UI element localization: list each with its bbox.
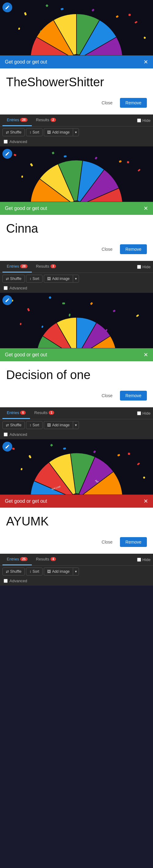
- popup-actions-1: Close Remove: [6, 98, 147, 112]
- add-image-button-2[interactable]: 🖼 Add image: [44, 275, 73, 283]
- advanced-label-1: Advanced: [9, 140, 27, 144]
- wheel-4: Not Lost Apt: [31, 450, 122, 494]
- image-icon-4: 🖼: [47, 569, 51, 574]
- panel-2: Get good or get out ✕ Cinna Close Remove…: [0, 146, 153, 293]
- shuffle-button-1[interactable]: ⇄ Shuffle: [2, 128, 25, 136]
- advanced-checkbox-2[interactable]: [4, 286, 8, 290]
- sort-button-1[interactable]: ↕ Sort: [26, 128, 42, 136]
- add-image-arrow-3[interactable]: ▾: [73, 421, 79, 429]
- advanced-checkbox-1[interactable]: [4, 140, 8, 144]
- popup-name-2: Cinna: [6, 221, 147, 239]
- panel-3: Elim Get good or get out ✕ Decision of o…: [0, 293, 153, 439]
- tab-entries-3[interactable]: Entries 6: [2, 407, 30, 419]
- tab-entries-1[interactable]: Entries 28: [2, 115, 32, 126]
- advanced-row-2: Advanced: [0, 284, 153, 293]
- remove-button-3[interactable]: Remove: [120, 391, 147, 401]
- add-image-button-4[interactable]: 🖼 Add image: [44, 567, 73, 576]
- entries-badge-2: 28: [20, 264, 27, 268]
- tab-hide-1: Hide: [137, 118, 151, 123]
- popup-card-3: Get good or get out ✕ Decision of one Cl…: [0, 348, 153, 407]
- close-button-4[interactable]: Close: [97, 537, 117, 547]
- tab-results-4[interactable]: Results 4: [32, 554, 60, 565]
- edit-fab-2[interactable]: [2, 149, 12, 159]
- image-icon-2: 🖼: [47, 277, 51, 281]
- popup-close-x-4[interactable]: ✕: [144, 498, 148, 504]
- tab-results-3[interactable]: Results 1: [30, 407, 59, 419]
- remove-button-2[interactable]: Remove: [120, 244, 147, 254]
- popup-name-4: AYUMK: [6, 514, 147, 532]
- popup-actions-2: Close Remove: [6, 244, 147, 258]
- close-button-3[interactable]: Close: [97, 391, 117, 401]
- popup-actions-4: Close Remove: [6, 537, 147, 551]
- shuffle-button-3[interactable]: ⇄ Shuffle: [2, 421, 25, 429]
- popup-header-text-1: Get good or get out: [5, 59, 47, 65]
- toolbar-3: ⇄ Shuffle ↕ Sort 🖼 Add image ▾: [0, 419, 153, 431]
- toolbar-1: ⇄ Shuffle ↕ Sort 🖼 Add image ▾: [0, 126, 153, 138]
- popup-body-4: AYUMK Close Remove: [0, 508, 153, 554]
- advanced-label-3: Advanced: [9, 432, 27, 437]
- hide-checkbox-2[interactable]: [137, 265, 141, 269]
- tab-entries-4[interactable]: Entries 25: [2, 554, 32, 565]
- add-image-group-1: 🖼 Add image ▾: [44, 128, 79, 136]
- panel-1: Get good or get out ✕ TheShowerShitter C…: [0, 0, 153, 146]
- advanced-label-4: Advanced: [9, 579, 27, 583]
- remove-button-1[interactable]: Remove: [120, 98, 147, 108]
- tab-bar-1: Entries 28 Results 2 Hide: [0, 115, 153, 126]
- toolbar-2: ⇄ Shuffle ↕ Sort 🖼 Add image ▾: [0, 273, 153, 284]
- popup-header-text-2: Get good or get out: [5, 206, 47, 211]
- wheel-1: [31, 11, 122, 55]
- sort-button-3[interactable]: ↕ Sort: [26, 421, 42, 429]
- popup-close-x-3[interactable]: ✕: [144, 352, 148, 358]
- advanced-row-1: Advanced: [0, 138, 153, 146]
- popup-body-1: TheShowerShitter Close Remove: [0, 68, 153, 115]
- popup-card-1: Get good or get out ✕ TheShowerShitter C…: [0, 55, 153, 115]
- add-image-button-1[interactable]: 🖼 Add image: [44, 128, 73, 136]
- tab-entries-2[interactable]: Entries 28: [2, 261, 32, 273]
- panel-4: Not Lost Apt Get good or get out ✕ AYUMK…: [0, 439, 153, 586]
- add-image-button-3[interactable]: 🖼 Add image: [44, 421, 73, 429]
- tab-hide-2: Hide: [137, 265, 151, 269]
- add-image-arrow-1[interactable]: ▾: [73, 128, 79, 136]
- popup-name-3: Decision of one: [6, 367, 147, 386]
- results-badge-3: 1: [49, 411, 54, 415]
- advanced-checkbox-4[interactable]: [4, 579, 8, 583]
- popup-close-x-2[interactable]: ✕: [144, 206, 148, 211]
- tab-results-1[interactable]: Results 2: [32, 115, 60, 126]
- results-badge-1: 2: [50, 118, 56, 122]
- edit-fab-3[interactable]: [2, 295, 12, 305]
- hide-checkbox-1[interactable]: [137, 119, 141, 122]
- popup-header-2: Get good or get out ✕: [0, 202, 153, 215]
- shuffle-icon-3: ⇄: [6, 423, 9, 427]
- sort-button-4[interactable]: ↕ Sort: [26, 567, 42, 576]
- edit-fab-1[interactable]: [2, 2, 12, 12]
- shuffle-button-4[interactable]: ⇄ Shuffle: [2, 567, 25, 576]
- image-icon-1: 🖼: [47, 130, 51, 134]
- entries-badge-1: 28: [20, 118, 27, 122]
- tab-bar-3: Entries 6 Results 1 Hide: [0, 407, 153, 419]
- add-image-arrow-2[interactable]: ▾: [73, 275, 79, 283]
- popup-header-text-3: Get good or get out: [5, 352, 47, 358]
- popup-header-text-4: Get good or get out: [5, 498, 47, 504]
- popup-name-1: TheShowerShitter: [6, 74, 147, 93]
- entries-badge-4: 25: [20, 557, 27, 561]
- entries-badge-3: 6: [20, 411, 26, 415]
- sort-button-2[interactable]: ↕ Sort: [26, 275, 42, 283]
- hide-checkbox-3[interactable]: [137, 411, 141, 415]
- advanced-checkbox-3[interactable]: [4, 432, 8, 436]
- hide-checkbox-4[interactable]: [137, 558, 141, 562]
- remove-button-4[interactable]: Remove: [120, 537, 147, 547]
- tab-hide-3: Hide: [137, 411, 151, 415]
- advanced-label-2: Advanced: [9, 286, 27, 290]
- wheel-2: [31, 157, 122, 202]
- advanced-row-3: Advanced: [0, 431, 153, 439]
- popup-header-1: Get good or get out ✕: [0, 56, 153, 68]
- toolbar-4: ⇄ Shuffle ↕ Sort 🖼 Add image ▾: [0, 566, 153, 577]
- close-button-1[interactable]: Close: [97, 98, 117, 108]
- add-image-arrow-4[interactable]: ▾: [73, 567, 79, 576]
- shuffle-button-2[interactable]: ⇄ Shuffle: [2, 275, 25, 283]
- tab-results-2[interactable]: Results 3: [32, 261, 60, 273]
- close-button-2[interactable]: Close: [97, 244, 117, 254]
- edit-fab-4[interactable]: [2, 442, 12, 452]
- popup-close-x-1[interactable]: ✕: [144, 59, 148, 65]
- popup-header-3: Get good or get out ✕: [0, 348, 153, 361]
